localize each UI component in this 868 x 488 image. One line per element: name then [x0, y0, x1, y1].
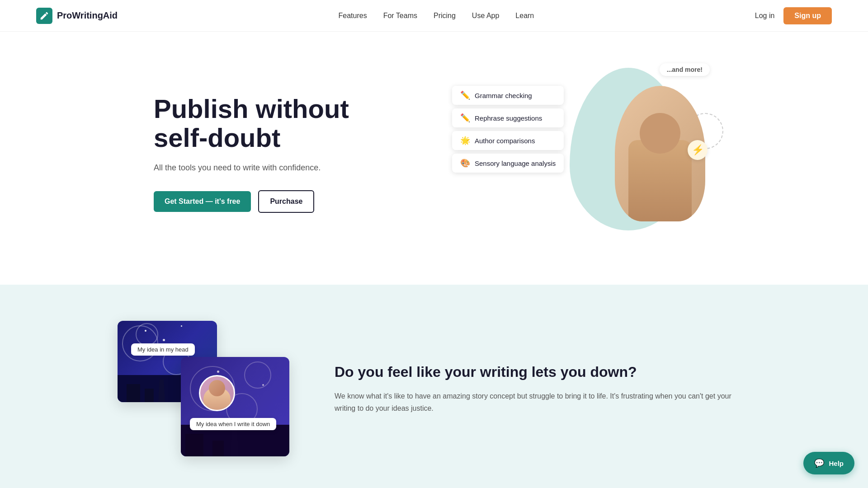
tooltip-idea-head: My idea in my head — [131, 343, 195, 356]
nav-for-teams[interactable]: For Teams — [383, 12, 417, 20]
nav-actions: Log in Sign up — [755, 7, 832, 24]
author-icon: 🌟 — [460, 136, 470, 145]
nav-features[interactable]: Features — [339, 12, 367, 20]
nav-use-app[interactable]: Use App — [472, 12, 499, 20]
hero-left: Publish without self-doubt All the tools… — [154, 94, 380, 213]
star-1 — [145, 330, 146, 332]
image-card-2 — [181, 357, 289, 456]
hero-inner: Publish without self-doubt All the tools… — [118, 32, 750, 285]
stars-bg-2 — [181, 357, 289, 456]
building-2 — [145, 389, 154, 402]
section-2-right: Do you feel like your writing lets you d… — [335, 363, 750, 414]
logo-link[interactable]: ProWritingAid — [36, 8, 118, 24]
hero-subtitle: All the tools you need to write with con… — [154, 162, 380, 174]
hero-title: Publish without self-doubt — [154, 94, 380, 152]
person-head — [640, 113, 680, 154]
avatar-circle — [199, 375, 235, 411]
star-3 — [181, 325, 182, 327]
hero-right: ...and more! ⚡ ✏️ Grammar checking ✏️ Re… — [452, 59, 714, 249]
hero-buttons: Get Started — it's free Purchase — [154, 190, 380, 213]
feature-pill-grammar: ✏️ Grammar checking — [452, 86, 564, 105]
feature-pill-sensory: 🎨 Sensory language analysis — [452, 154, 564, 173]
logo-icon — [36, 8, 52, 24]
building-1 — [127, 384, 140, 402]
nav-learn[interactable]: Learn — [515, 12, 534, 20]
purchase-button[interactable]: Purchase — [258, 190, 314, 213]
section-2-images: My idea in my head My idea when I write … — [118, 321, 298, 456]
and-more-badge: ...and more! — [660, 63, 710, 76]
section-2-left: My idea in my head My idea when I write … — [118, 321, 298, 456]
nav-links: Features For Teams Pricing Use App Learn — [339, 12, 534, 20]
feature-pill-rephrase: ✏️ Rephrase suggestions — [452, 108, 564, 127]
section-2-body: We know what it's like to have an amazin… — [335, 390, 750, 414]
navbar: ProWritingAid Features For Teams Pricing… — [0, 0, 868, 32]
grammar-icon: ✏️ — [460, 90, 470, 100]
tower — [158, 380, 165, 402]
swirl-2 — [136, 323, 158, 346]
feature-pills: ✏️ Grammar checking ✏️ Rephrase suggesti… — [452, 86, 564, 173]
hero-section: Publish without self-doubt All the tools… — [0, 32, 868, 285]
login-link[interactable]: Log in — [755, 12, 775, 20]
rephrase-icon: ✏️ — [460, 113, 470, 123]
section-2: My idea in my head My idea when I write … — [0, 285, 868, 488]
overlay — [181, 357, 289, 456]
get-started-button[interactable]: Get Started — it's free — [154, 191, 251, 212]
section-2-heading: Do you feel like your writing lets you d… — [335, 363, 750, 382]
nav-pricing[interactable]: Pricing — [434, 12, 456, 20]
chat-icon: 💬 — [814, 458, 824, 468]
chat-label: Help — [829, 460, 844, 467]
lightning-badge: ⚡ — [688, 140, 708, 160]
logo-svg — [39, 11, 49, 21]
tooltip-idea-written: My idea when I write it down — [190, 418, 276, 430]
star-2 — [163, 339, 165, 341]
signup-button[interactable]: Sign up — [783, 7, 832, 24]
avatar-head — [209, 380, 225, 396]
brand-name: ProWritingAid — [57, 10, 118, 21]
feature-pill-author: 🌟 Author comparisons — [452, 131, 564, 150]
sensory-icon: 🎨 — [460, 158, 470, 168]
section-2-inner: My idea in my head My idea when I write … — [118, 321, 750, 456]
chat-help-button[interactable]: 💬 Help — [803, 452, 854, 474]
